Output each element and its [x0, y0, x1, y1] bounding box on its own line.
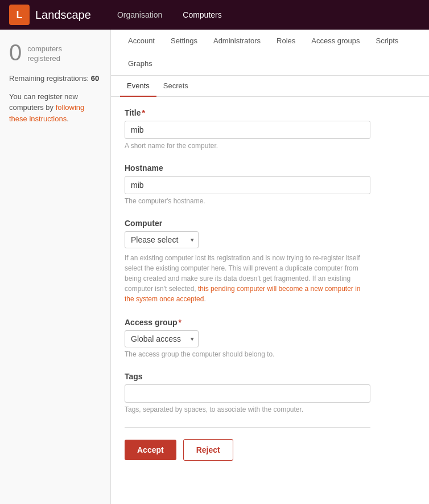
access-group-select-wrapper: Global access ▾ — [125, 330, 199, 347]
header: L Landscape Organisation Computers — [0, 0, 429, 30]
button-row: Accept Reject — [125, 439, 370, 461]
main-content: Account Settings Administrators Roles Ac… — [111, 30, 429, 504]
reject-button[interactable]: Reject — [183, 439, 233, 461]
sub-tab-nav: Events Secrets — [111, 76, 429, 97]
access-group-hint: The access group the computer should bel… — [125, 350, 370, 358]
title-group: Title* A short name for the computer. — [125, 108, 370, 150]
tags-label: Tags — [125, 372, 370, 381]
count-label: computers registered — [27, 44, 62, 64]
accept-button[interactable]: Accept — [125, 440, 176, 460]
tab-administrators[interactable]: Administrators — [205, 30, 269, 53]
tab-access-groups[interactable]: Access groups — [303, 30, 368, 53]
form-divider — [125, 427, 370, 428]
sub-tab-events[interactable]: Events — [120, 76, 156, 97]
tags-hint: Tags, separated by spaces, to associate … — [125, 405, 370, 413]
title-label: Title* — [125, 108, 370, 117]
sidebar-count: 0 computers registered — [9, 41, 101, 64]
nav-organisation[interactable]: Organisation — [109, 7, 170, 23]
tab-settings[interactable]: Settings — [163, 30, 205, 53]
tab-scripts[interactable]: Scripts — [368, 30, 407, 53]
app-name: Landscape — [35, 9, 91, 22]
hostname-input[interactable] — [125, 176, 370, 194]
tags-input[interactable] — [125, 384, 370, 403]
hostname-group: Hostname The computer's hostname. — [125, 163, 370, 205]
layout: 0 computers registered Remaining registr… — [0, 30, 429, 504]
header-nav: Organisation Computers — [109, 7, 230, 23]
tab-graphs[interactable]: Graphs — [120, 52, 160, 76]
logo-icon: L — [9, 5, 30, 25]
hostname-hint: The computer's hostname. — [125, 197, 370, 205]
tab-nav: Account Settings Administrators Roles Ac… — [111, 30, 429, 76]
access-group-select[interactable]: Global access — [125, 330, 199, 347]
computer-select[interactable]: Please select — [125, 231, 199, 248]
register-info: You can register new computers by follow… — [9, 91, 101, 125]
title-hint: A short name for the computer. — [125, 142, 370, 150]
tags-group: Tags Tags, separated by spaces, to assoc… — [125, 372, 370, 413]
nav-computers[interactable]: Computers — [175, 7, 229, 23]
title-input[interactable] — [125, 121, 370, 139]
tab-account[interactable]: Account — [120, 30, 163, 53]
computer-label: Computer — [125, 219, 370, 228]
computer-group: Computer Please select ▾ If an existing … — [125, 219, 370, 304]
logo-block: L Landscape — [9, 5, 91, 25]
hostname-label: Hostname — [125, 163, 370, 173]
access-group-group: Access group* Global access ▾ The access… — [125, 318, 370, 358]
sidebar: 0 computers registered Remaining registr… — [0, 30, 111, 504]
sub-tab-secrets[interactable]: Secrets — [156, 76, 195, 97]
computer-select-wrapper: Please select ▾ — [125, 231, 199, 248]
remaining-registrations: Remaining registrations: 60 — [9, 73, 101, 84]
tab-roles[interactable]: Roles — [269, 30, 303, 53]
form-area: Title* A short name for the computer. Ho… — [111, 97, 384, 483]
computer-info: If an existing computer lost its registr… — [125, 253, 370, 304]
computers-count: 0 — [9, 41, 22, 64]
access-group-label: Access group* — [125, 318, 370, 327]
